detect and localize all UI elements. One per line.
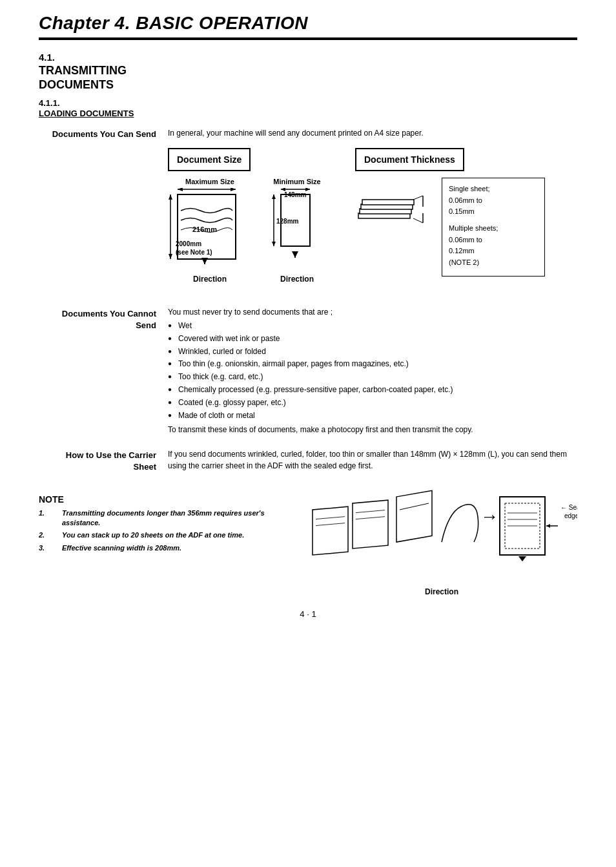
svg-marker-45 (518, 556, 526, 561)
list-item: Wet (168, 320, 577, 331)
section-411-heading: LOADING DOCUMENTS (39, 109, 577, 118)
svg-marker-19 (272, 242, 276, 246)
carrier-sheet-label: How to Use the CarrierSheet (39, 448, 168, 473)
chapter-title: Chapter 4. BASIC OPERATION (39, 13, 577, 40)
doc-thickness-box: Document Thickness (355, 148, 464, 171)
svg-text:→: → (480, 507, 498, 527)
min-size-diagram: 148mm 128mm (271, 188, 323, 272)
section-411-num: 4.1.1. (39, 98, 577, 108)
cannot-send-list: Wet Covered with wet ink or paste Wrinkl… (168, 320, 577, 421)
note-item-3: 3. Effective scanning width is 208mm. (39, 543, 293, 553)
list-item: Coated (e.g. glossy paper, etc.) (168, 397, 577, 408)
section-41-num: 4.1. (39, 52, 577, 63)
list-item: Too thin (e.g. onionskin, airmail paper,… (168, 359, 577, 370)
list-item: Wrinkled, curled or folded (168, 346, 577, 357)
list-item: Chemically processed (e.g. pressure-sens… (168, 384, 577, 395)
note-item-2: 2. You can stack up to 20 sheets on the … (39, 530, 293, 540)
cannot-send-footer: To transmit these kinds of documents, ma… (168, 424, 577, 435)
thickness-diagram (355, 178, 433, 249)
note-list: 1. Transmitting documents longer than 35… (39, 508, 293, 554)
list-item: Too thick (e.g. card, etc.) (168, 371, 577, 382)
svg-text:(see Note 1): (see Note 1) (176, 249, 212, 256)
svg-rect-34 (353, 500, 388, 548)
svg-text:148mm: 148mm (284, 191, 307, 198)
can-send-label: Documents You Can Send (39, 127, 168, 297)
cannot-send-label: Documents You CannotSend (39, 307, 168, 438)
direction-label-right: Direction (280, 275, 314, 284)
svg-marker-2 (169, 194, 172, 200)
carrier-sheet-diagram: → ← Sealed edge (306, 484, 577, 587)
list-item: Covered with wet ink or paste (168, 333, 577, 344)
thickness-notes-box: Single sheet;0.06mm to0.15mm Multiple sh… (442, 178, 545, 277)
doc-size-box: Document Size (168, 148, 251, 171)
direction-label-left: Direction (193, 275, 227, 284)
direction-label-bottom: Direction (425, 587, 458, 596)
list-item: Made of cloth or metal (168, 410, 577, 421)
max-size-diagram: 216mm 2000mm (see Note 1) (168, 188, 252, 272)
cannot-send-intro: You must never try to send documents tha… (168, 307, 577, 318)
carrier-sheet-text: If you send documents wrinkled, curled, … (168, 448, 577, 472)
svg-text:← Sealed: ← Sealed (560, 504, 577, 511)
svg-marker-3 (169, 254, 172, 259)
svg-marker-18 (272, 194, 276, 199)
svg-rect-31 (313, 507, 348, 555)
svg-text:2000mm: 2000mm (176, 240, 201, 247)
note-title: NOTE (39, 494, 293, 505)
svg-rect-37 (396, 490, 432, 542)
max-size-label: Maximum Size (185, 178, 234, 185)
svg-line-27 (413, 196, 423, 200)
svg-text:128mm: 128mm (276, 218, 299, 225)
svg-text:216mm: 216mm (192, 225, 217, 233)
svg-rect-26 (362, 200, 414, 205)
note-item-1: 1. Transmitting documents longer than 35… (39, 508, 293, 528)
min-size-label: Minimum Size (273, 178, 320, 185)
section-41-heading: TRANSMITTINGDOCUMENTS (39, 64, 577, 92)
svg-marker-47 (546, 524, 550, 528)
can-send-intro: In general, your machine will send any d… (168, 127, 577, 139)
page-number: 4 · 1 (39, 609, 577, 619)
svg-line-28 (413, 218, 423, 223)
svg-text:edge: edge (564, 512, 577, 519)
